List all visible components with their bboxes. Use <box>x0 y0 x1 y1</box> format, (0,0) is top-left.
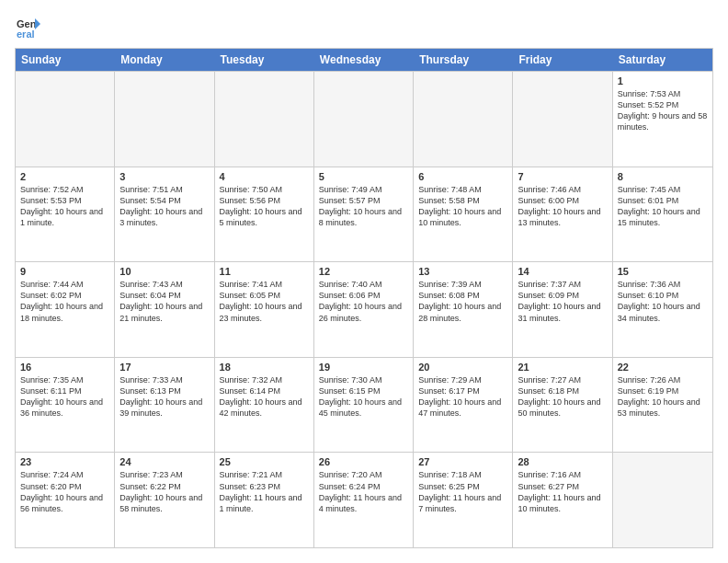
day-number: 17 <box>119 362 209 373</box>
day-info: Sunrise: 7:35 AM Sunset: 6:11 PM Dayligh… <box>20 374 109 419</box>
calendar-day-cell: 22Sunrise: 7:26 AM Sunset: 6:19 PM Dayli… <box>613 358 712 453</box>
calendar-header: SundayMondayTuesdayWednesdayThursdayFrid… <box>16 49 712 71</box>
calendar-day-cell: 17Sunrise: 7:33 AM Sunset: 6:13 PM Dayli… <box>115 358 214 453</box>
day-info: Sunrise: 7:30 AM Sunset: 6:15 PM Dayligh… <box>319 374 408 419</box>
calendar-day-cell: 2Sunrise: 7:52 AM Sunset: 5:53 PM Daylig… <box>16 167 115 262</box>
day-of-week-header: Friday <box>513 49 612 71</box>
day-number: 24 <box>119 456 209 467</box>
day-number: 8 <box>618 171 708 182</box>
day-number: 9 <box>20 266 109 277</box>
calendar-day-cell: 11Sunrise: 7:41 AM Sunset: 6:05 PM Dayli… <box>215 262 314 357</box>
day-number: 14 <box>518 266 607 277</box>
day-info: Sunrise: 7:49 AM Sunset: 5:57 PM Dayligh… <box>319 184 408 229</box>
day-number: 11 <box>220 266 309 277</box>
svg-marker-2 <box>35 18 40 29</box>
calendar-empty-cell <box>16 72 115 167</box>
calendar-day-cell: 3Sunrise: 7:51 AM Sunset: 5:54 PM Daylig… <box>115 167 214 262</box>
day-info: Sunrise: 7:45 AM Sunset: 6:01 PM Dayligh… <box>618 184 708 229</box>
day-number: 20 <box>418 362 507 373</box>
day-number: 21 <box>518 362 607 373</box>
calendar-day-cell: 23Sunrise: 7:24 AM Sunset: 6:20 PM Dayli… <box>16 453 115 547</box>
day-number: 18 <box>220 362 309 373</box>
logo: Gen eral <box>15 15 42 40</box>
calendar-day-cell: 25Sunrise: 7:21 AM Sunset: 6:23 PM Dayli… <box>215 453 314 547</box>
day-info: Sunrise: 7:40 AM Sunset: 6:06 PM Dayligh… <box>319 279 408 324</box>
day-number: 3 <box>119 171 209 182</box>
day-info: Sunrise: 7:50 AM Sunset: 5:56 PM Dayligh… <box>220 184 309 229</box>
calendar-row: 23Sunrise: 7:24 AM Sunset: 6:20 PM Dayli… <box>16 452 712 547</box>
calendar-empty-cell <box>215 72 314 167</box>
calendar-day-cell: 27Sunrise: 7:18 AM Sunset: 6:25 PM Dayli… <box>414 453 513 547</box>
day-number: 6 <box>418 171 507 182</box>
calendar-row: 16Sunrise: 7:35 AM Sunset: 6:11 PM Dayli… <box>16 357 712 453</box>
day-number: 16 <box>20 362 109 373</box>
calendar-body: 1Sunrise: 7:53 AM Sunset: 5:52 PM Daylig… <box>16 71 712 547</box>
day-info: Sunrise: 7:43 AM Sunset: 6:04 PM Dayligh… <box>119 279 209 324</box>
day-of-week-header: Wednesday <box>314 49 414 71</box>
day-info: Sunrise: 7:41 AM Sunset: 6:05 PM Dayligh… <box>220 279 309 324</box>
calendar-day-cell: 4Sunrise: 7:50 AM Sunset: 5:56 PM Daylig… <box>215 167 314 262</box>
day-number: 28 <box>518 456 607 467</box>
day-number: 5 <box>319 171 408 182</box>
calendar-row: 2Sunrise: 7:52 AM Sunset: 5:53 PM Daylig… <box>16 167 712 262</box>
day-info: Sunrise: 7:24 AM Sunset: 6:20 PM Dayligh… <box>20 469 109 514</box>
day-of-week-header: Saturday <box>613 49 712 71</box>
calendar-day-cell: 21Sunrise: 7:27 AM Sunset: 6:18 PM Dayli… <box>513 358 612 453</box>
day-number: 15 <box>618 266 708 277</box>
day-info: Sunrise: 7:32 AM Sunset: 6:14 PM Dayligh… <box>220 374 309 419</box>
day-info: Sunrise: 7:21 AM Sunset: 6:23 PM Dayligh… <box>220 469 309 514</box>
day-of-week-header: Tuesday <box>215 49 314 71</box>
day-info: Sunrise: 7:20 AM Sunset: 6:24 PM Dayligh… <box>319 469 408 514</box>
day-info: Sunrise: 7:18 AM Sunset: 6:25 PM Dayligh… <box>418 469 507 514</box>
calendar-day-cell: 9Sunrise: 7:44 AM Sunset: 6:02 PM Daylig… <box>16 262 115 357</box>
day-number: 10 <box>119 266 209 277</box>
day-info: Sunrise: 7:27 AM Sunset: 6:18 PM Dayligh… <box>518 374 607 419</box>
calendar-empty-cell <box>414 72 513 167</box>
day-number: 1 <box>618 75 708 86</box>
day-number: 7 <box>518 171 607 182</box>
svg-text:eral: eral <box>17 29 35 40</box>
day-info: Sunrise: 7:37 AM Sunset: 6:09 PM Dayligh… <box>518 279 607 324</box>
day-of-week-header: Monday <box>115 49 214 71</box>
calendar-day-cell: 8Sunrise: 7:45 AM Sunset: 6:01 PM Daylig… <box>613 167 712 262</box>
day-number: 13 <box>418 266 507 277</box>
day-number: 19 <box>319 362 408 373</box>
calendar-empty-cell <box>613 453 712 547</box>
day-of-week-header: Sunday <box>16 49 115 71</box>
day-info: Sunrise: 7:46 AM Sunset: 6:00 PM Dayligh… <box>518 184 607 229</box>
day-number: 12 <box>319 266 408 277</box>
day-number: 2 <box>20 171 109 182</box>
day-info: Sunrise: 7:36 AM Sunset: 6:10 PM Dayligh… <box>618 279 708 324</box>
day-number: 4 <box>220 171 309 182</box>
calendar-empty-cell <box>314 72 414 167</box>
calendar-day-cell: 13Sunrise: 7:39 AM Sunset: 6:08 PM Dayli… <box>414 262 513 357</box>
calendar-day-cell: 10Sunrise: 7:43 AM Sunset: 6:04 PM Dayli… <box>115 262 214 357</box>
day-info: Sunrise: 7:23 AM Sunset: 6:22 PM Dayligh… <box>119 469 209 514</box>
day-number: 25 <box>220 456 309 467</box>
day-info: Sunrise: 7:51 AM Sunset: 5:54 PM Dayligh… <box>119 184 209 229</box>
calendar-row: 9Sunrise: 7:44 AM Sunset: 6:02 PM Daylig… <box>16 261 712 357</box>
calendar-day-cell: 18Sunrise: 7:32 AM Sunset: 6:14 PM Dayli… <box>215 358 314 453</box>
calendar-day-cell: 24Sunrise: 7:23 AM Sunset: 6:22 PM Dayli… <box>115 453 214 547</box>
calendar-day-cell: 12Sunrise: 7:40 AM Sunset: 6:06 PM Dayli… <box>314 262 414 357</box>
day-info: Sunrise: 7:44 AM Sunset: 6:02 PM Dayligh… <box>20 279 109 324</box>
day-info: Sunrise: 7:52 AM Sunset: 5:53 PM Dayligh… <box>20 184 109 229</box>
day-info: Sunrise: 7:53 AM Sunset: 5:52 PM Dayligh… <box>618 88 708 133</box>
calendar-day-cell: 1Sunrise: 7:53 AM Sunset: 5:52 PM Daylig… <box>613 72 712 167</box>
day-info: Sunrise: 7:48 AM Sunset: 5:58 PM Dayligh… <box>418 184 507 229</box>
calendar-day-cell: 20Sunrise: 7:29 AM Sunset: 6:17 PM Dayli… <box>414 358 513 453</box>
day-number: 26 <box>319 456 408 467</box>
calendar-empty-cell <box>513 72 612 167</box>
page-header: Gen eral <box>15 15 713 40</box>
day-info: Sunrise: 7:33 AM Sunset: 6:13 PM Dayligh… <box>119 374 209 419</box>
day-number: 27 <box>418 456 507 467</box>
day-of-week-header: Thursday <box>414 49 513 71</box>
calendar-empty-cell <box>115 72 214 167</box>
logo-icon: Gen eral <box>15 15 40 40</box>
calendar-day-cell: 19Sunrise: 7:30 AM Sunset: 6:15 PM Dayli… <box>314 358 414 453</box>
calendar-day-cell: 6Sunrise: 7:48 AM Sunset: 5:58 PM Daylig… <box>414 167 513 262</box>
day-number: 22 <box>618 362 708 373</box>
day-info: Sunrise: 7:16 AM Sunset: 6:27 PM Dayligh… <box>518 469 607 514</box>
calendar-day-cell: 26Sunrise: 7:20 AM Sunset: 6:24 PM Dayli… <box>314 453 414 547</box>
day-info: Sunrise: 7:39 AM Sunset: 6:08 PM Dayligh… <box>418 279 507 324</box>
